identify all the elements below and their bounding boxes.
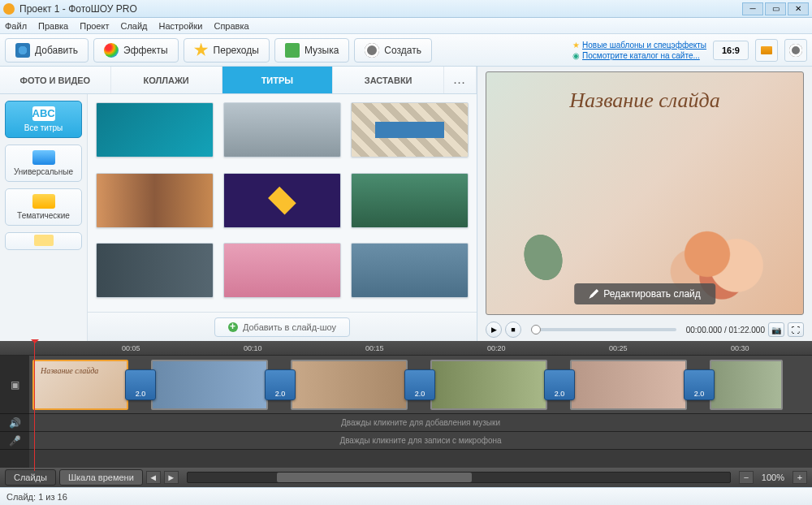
promo-links: ★ Новые шаблоны и спецэффекты ◉ Посмотри…: [572, 40, 706, 61]
window-title: Проект 1 - ФотоШОУ PRO: [19, 3, 742, 15]
menu-help[interactable]: Справка: [214, 21, 248, 31]
zoom-in-button[interactable]: +: [793, 471, 807, 484]
menu-project[interactable]: Проект: [80, 21, 109, 31]
zoom-out-button[interactable]: −: [739, 471, 754, 484]
music-button[interactable]: Музыка: [274, 38, 349, 63]
stop-button[interactable]: ■: [505, 322, 521, 338]
status-bar: Слайд: 1 из 16: [0, 487, 812, 505]
video-track[interactable]: Название слайда 2.0 2.0 2.0 2.0 2.0: [29, 356, 812, 414]
playback-controls: ▶ ■ 00:00.000 / 01:22.000 📷 ⛶: [477, 318, 812, 341]
play-button[interactable]: ▶: [486, 322, 502, 338]
title-thumb[interactable]: [351, 243, 469, 298]
menu-slide[interactable]: Слайд: [120, 21, 147, 31]
timeline-clip[interactable]: Название слайда: [32, 360, 128, 410]
title-thumb[interactable]: [351, 173, 469, 228]
display-icon: [761, 46, 772, 54]
tab-titles[interactable]: ТИТРЫ: [222, 67, 334, 93]
camera-icon: [15, 43, 30, 58]
effects-button[interactable]: Эффекты: [93, 38, 179, 63]
aspect-ratio-button[interactable]: 16:9: [713, 41, 749, 60]
title-thumb[interactable]: [223, 243, 341, 298]
slide-title-text: Название слайда: [569, 88, 719, 113]
transition-marker[interactable]: 2.0: [544, 369, 575, 400]
category-universal[interactable]: Универсальные: [5, 145, 82, 182]
title-thumbnails-grid: [88, 94, 477, 312]
add-to-slideshow-button[interactable]: Добавить в слайд-шоу: [214, 317, 350, 337]
app-icon: [3, 3, 15, 15]
horizontal-scrollbar[interactable]: [187, 472, 731, 483]
timeline-clip[interactable]: [710, 360, 783, 410]
tab-more[interactable]: ...: [444, 67, 477, 93]
music-icon: [285, 43, 300, 58]
transitions-button[interactable]: Переходы: [184, 38, 270, 63]
palette-icon: [104, 43, 119, 58]
title-bar: Проект 1 - ФотоШОУ PRO ─ ▭ ✕: [0, 0, 812, 18]
minimize-button[interactable]: ─: [742, 2, 763, 15]
star-icon: [194, 43, 209, 58]
scroll-left-button[interactable]: ◄: [146, 471, 161, 484]
audio-track[interactable]: Дважды кликните для добавления музыки: [29, 414, 812, 432]
category-sidebar: ABC Все титры Универсальные Тематические: [0, 94, 88, 341]
preview-pane: Название слайда Редактировать слайд ▶ ■ …: [477, 67, 812, 341]
settings-button[interactable]: [784, 39, 807, 62]
maximize-button[interactable]: ▭: [765, 2, 786, 15]
timeline-clip[interactable]: [151, 360, 268, 410]
timeline-footer: Слайды Шкала времени ◄ ► − 100% +: [0, 468, 812, 487]
close-button[interactable]: ✕: [788, 2, 809, 15]
title-thumb[interactable]: [223, 173, 341, 228]
title-thumb[interactable]: [96, 102, 214, 158]
playhead[interactable]: [34, 341, 35, 471]
status-text: Слайд: 1 из 16: [6, 492, 67, 502]
promo-templates-link[interactable]: Новые шаблоны и спецэффекты: [582, 41, 706, 50]
timeline: 00:05 00:10 00:15 00:20 00:25 00:30 ▣ 🔊 …: [0, 341, 812, 487]
scroll-right-button[interactable]: ►: [164, 471, 179, 484]
timeline-clip[interactable]: [570, 360, 687, 410]
snapshot-button[interactable]: 📷: [768, 322, 784, 337]
gift-icon: [32, 194, 55, 209]
menu-settings[interactable]: Настройки: [159, 21, 203, 31]
transition-marker[interactable]: 2.0: [404, 369, 435, 400]
title-thumb[interactable]: [96, 243, 214, 298]
seek-handle[interactable]: [531, 325, 541, 335]
gear-icon: [789, 44, 802, 57]
pencil-icon: [589, 289, 598, 299]
category-extra[interactable]: [5, 232, 82, 250]
menu-edit[interactable]: Правка: [38, 21, 68, 31]
menu-file[interactable]: Файл: [5, 21, 27, 31]
mic-track-icon[interactable]: 🎤: [0, 432, 29, 450]
globe-icon: ◉: [572, 51, 580, 60]
tab-collages[interactable]: КОЛЛАЖИ: [111, 67, 222, 93]
view-timeline-tab[interactable]: Шкала времени: [59, 469, 143, 486]
scrollbar-thumb[interactable]: [277, 473, 472, 482]
transition-marker[interactable]: 2.0: [125, 369, 156, 400]
time-ruler[interactable]: 00:05 00:10 00:15 00:20 00:25 00:30: [0, 341, 812, 356]
transition-marker[interactable]: 2.0: [265, 369, 296, 400]
create-button[interactable]: Создать: [354, 38, 432, 63]
title-thumb[interactable]: [223, 102, 341, 158]
promo-catalog-link[interactable]: Посмотрите каталог на сайте...: [582, 51, 700, 60]
mic-track[interactable]: Дважды кликните для записи с микрофона: [29, 432, 812, 450]
abc-icon: ABC: [32, 106, 55, 121]
seek-bar[interactable]: [531, 328, 676, 331]
library-pane: ФОТО И ВИДЕО КОЛЛАЖИ ТИТРЫ ЗАСТАВКИ ... …: [0, 67, 477, 341]
tab-intros[interactable]: ЗАСТАВКИ: [333, 67, 444, 93]
category-thematic[interactable]: Тематические: [5, 188, 82, 226]
add-button[interactable]: Добавить: [5, 38, 89, 63]
fullscreen-button[interactable]: ⛶: [788, 322, 804, 337]
main-toolbar: Добавить Эффекты Переходы Музыка Создать…: [0, 34, 812, 67]
title-thumb[interactable]: [96, 173, 214, 228]
transition-marker[interactable]: 2.0: [684, 369, 715, 400]
tab-photo-video[interactable]: ФОТО И ВИДЕО: [0, 67, 111, 93]
category-all-titles[interactable]: ABC Все титры: [5, 101, 82, 138]
audio-track-icon[interactable]: 🔊: [0, 414, 29, 432]
view-slides-tab[interactable]: Слайды: [5, 469, 56, 486]
timeline-clip[interactable]: [291, 360, 408, 410]
timeline-clip[interactable]: [430, 360, 547, 410]
title-thumb[interactable]: [351, 102, 469, 158]
preview-viewport[interactable]: Название слайда Редактировать слайд: [486, 71, 804, 315]
video-track-icon[interactable]: ▣: [0, 356, 29, 414]
menu-bar: Файл Правка Проект Слайд Настройки Справ…: [0, 18, 812, 34]
edit-slide-button[interactable]: Редактировать слайд: [574, 283, 715, 304]
display-mode-button[interactable]: [755, 39, 778, 62]
card-icon: [34, 235, 54, 246]
